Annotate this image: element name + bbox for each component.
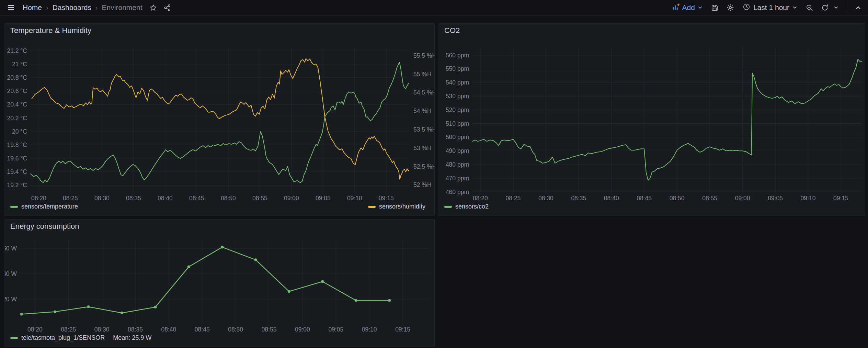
svg-text:09:00: 09:00 bbox=[284, 195, 299, 202]
svg-text:08:45: 08:45 bbox=[195, 326, 210, 333]
menu-toggle-button[interactable] bbox=[5, 1, 17, 14]
grid-lines bbox=[31, 47, 409, 193]
svg-text:53 %H: 53 %H bbox=[413, 145, 432, 151]
toolbar-right: Add Last 1 hour bbox=[669, 1, 863, 14]
time-range-label: Last 1 hour bbox=[753, 3, 789, 12]
save-dashboard-button[interactable] bbox=[709, 2, 721, 14]
temperature-humidity-chart[interactable]: 08:2008:2508:3008:3508:4008:4508:5008:55… bbox=[5, 37, 434, 202]
refresh-interval-dropdown[interactable] bbox=[832, 3, 841, 12]
panel-energy-consumption: Energy consumption 08:2008:2508:3008:350… bbox=[4, 219, 435, 347]
data-point bbox=[321, 280, 324, 283]
zoom-out-time-button[interactable] bbox=[803, 2, 815, 14]
star-icon bbox=[149, 4, 157, 12]
svg-text:08:25: 08:25 bbox=[61, 326, 76, 333]
energy-consumption-chart[interactable]: 08:2008:2508:3008:3508:4008:4508:5008:55… bbox=[5, 233, 434, 334]
svg-text:08:50: 08:50 bbox=[221, 195, 236, 202]
svg-text:40 W: 40 W bbox=[5, 270, 17, 277]
gear-icon bbox=[726, 3, 734, 12]
svg-text:54 %H: 54 %H bbox=[413, 108, 432, 114]
svg-text:08:55: 08:55 bbox=[262, 326, 277, 333]
svg-text:08:40: 08:40 bbox=[161, 326, 176, 333]
legend-item-sensors-co2[interactable]: sensors/co2 bbox=[444, 203, 489, 210]
chevron-down-icon bbox=[698, 3, 703, 12]
svg-text:500 ppm: 500 ppm bbox=[446, 134, 469, 141]
data-point bbox=[288, 290, 290, 293]
svg-text:08:45: 08:45 bbox=[189, 195, 204, 202]
svg-text:53.5 %H: 53.5 %H bbox=[413, 126, 434, 133]
chevron-down-icon bbox=[792, 3, 797, 12]
grid-lines bbox=[20, 239, 429, 325]
chart-legend: sensors/temperaturesensors/humidity bbox=[5, 202, 434, 210]
add-button-label: Add bbox=[682, 3, 695, 12]
series-tele-tasmota-plug-1-sensor bbox=[22, 247, 389, 314]
collapse-topbar-button[interactable] bbox=[853, 3, 863, 13]
svg-text:09:10: 09:10 bbox=[362, 326, 377, 333]
svg-text:09:15: 09:15 bbox=[833, 195, 848, 202]
legend-series-name: tele/tasmota_plug_1/SENSOR bbox=[21, 334, 105, 341]
svg-text:550 ppm: 550 ppm bbox=[446, 65, 469, 72]
svg-text:510 ppm: 510 ppm bbox=[446, 120, 469, 127]
svg-text:08:45: 08:45 bbox=[637, 195, 652, 202]
panel-header[interactable]: CO2 bbox=[439, 24, 865, 37]
axis-labels: 08:2008:2508:3008:3508:4008:4508:5008:55… bbox=[446, 52, 848, 202]
co2-chart[interactable]: 08:2008:2508:3008:3508:4008:4508:5008:55… bbox=[439, 37, 865, 202]
svg-text:19.6 °C: 19.6 °C bbox=[7, 155, 27, 162]
share-dashboard-button[interactable] bbox=[161, 2, 173, 14]
svg-text:09:05: 09:05 bbox=[768, 195, 783, 202]
data-point bbox=[121, 312, 123, 314]
svg-text:08:35: 08:35 bbox=[126, 195, 141, 202]
breadcrumb-home[interactable]: Home bbox=[23, 3, 42, 12]
legend-series-name: sensors/humidity bbox=[379, 203, 425, 210]
legend-item-tele-tasmota-plug-1-sensor[interactable]: tele/tasmota_plug_1/SENSORMean: 25.9 W bbox=[10, 334, 151, 341]
hamburger-icon bbox=[7, 3, 15, 12]
svg-text:19.4 °C: 19.4 °C bbox=[7, 168, 27, 175]
svg-text:530 ppm: 530 ppm bbox=[446, 93, 469, 100]
chart-legend: sensors/co2 bbox=[439, 202, 865, 210]
svg-text:09:15: 09:15 bbox=[395, 326, 410, 333]
data-point bbox=[54, 311, 56, 313]
grid-lines bbox=[472, 47, 862, 193]
svg-text:08:50: 08:50 bbox=[228, 326, 243, 333]
svg-text:20.6 °C: 20.6 °C bbox=[7, 88, 27, 94]
refresh-dashboard-button[interactable] bbox=[819, 2, 831, 14]
top-navigation-bar: Home › Dashboards › Environment Add bbox=[0, 0, 868, 15]
svg-text:08:40: 08:40 bbox=[604, 195, 619, 202]
svg-text:19.8 °C: 19.8 °C bbox=[7, 142, 27, 148]
data-point bbox=[154, 306, 157, 308]
panel-header[interactable]: Energy consumption bbox=[5, 220, 434, 233]
data-point bbox=[87, 305, 90, 308]
svg-text:09:15: 09:15 bbox=[379, 195, 394, 202]
svg-text:08:35: 08:35 bbox=[571, 195, 586, 202]
legend-series-name: sensors/co2 bbox=[455, 203, 489, 210]
svg-text:08:50: 08:50 bbox=[670, 195, 685, 202]
breadcrumb-dashboards[interactable]: Dashboards bbox=[53, 3, 91, 12]
svg-text:09:00: 09:00 bbox=[295, 326, 310, 333]
add-panel-button[interactable]: Add bbox=[669, 1, 705, 14]
breadcrumb-separator-icon: › bbox=[95, 4, 98, 12]
dashboard-settings-button[interactable] bbox=[724, 1, 736, 14]
series-sensors-co2 bbox=[472, 59, 862, 180]
svg-text:08:55: 08:55 bbox=[252, 195, 267, 202]
data-point bbox=[388, 299, 391, 302]
svg-text:08:20: 08:20 bbox=[473, 195, 488, 202]
series-sensors-humidity bbox=[32, 58, 409, 179]
svg-text:08:40: 08:40 bbox=[158, 195, 173, 202]
svg-text:08:20: 08:20 bbox=[27, 326, 43, 333]
legend-item-sensors-humidity[interactable]: sensors/humidity bbox=[368, 203, 425, 210]
svg-text:55 %H: 55 %H bbox=[413, 71, 432, 78]
time-range-picker[interactable]: Last 1 hour bbox=[740, 1, 800, 14]
svg-text:08:30: 08:30 bbox=[94, 326, 110, 333]
legend-series-color-icon bbox=[368, 206, 376, 208]
svg-text:08:25: 08:25 bbox=[63, 195, 78, 202]
svg-text:52 %H: 52 %H bbox=[413, 181, 432, 188]
svg-text:480 ppm: 480 ppm bbox=[446, 161, 469, 168]
svg-text:460 ppm: 460 ppm bbox=[446, 189, 469, 195]
panel-header[interactable]: Temperature & Humidity bbox=[5, 24, 434, 37]
svg-text:08:30: 08:30 bbox=[538, 195, 553, 202]
breadcrumb-current-environment: Environment bbox=[102, 3, 142, 12]
save-icon bbox=[711, 4, 719, 12]
favorite-dashboard-button[interactable] bbox=[147, 2, 159, 14]
axis-labels: 08:2008:2508:3008:3508:4008:4508:5008:55… bbox=[7, 47, 434, 202]
svg-text:560 ppm: 560 ppm bbox=[446, 52, 469, 59]
legend-item-sensors-temperature[interactable]: sensors/temperature bbox=[10, 203, 78, 210]
